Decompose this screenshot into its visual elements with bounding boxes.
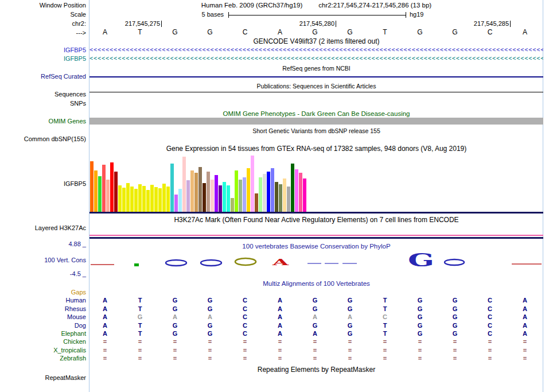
species-label-human[interactable]: Human xyxy=(0,297,86,304)
sequence-base: G xyxy=(345,29,355,36)
conservation-glyph: A xyxy=(271,257,289,267)
alignment-base: = xyxy=(345,355,355,362)
gtex-bar xyxy=(110,162,114,212)
gene-label[interactable]: IGFBP5 xyxy=(0,46,86,53)
conservation-label[interactable]: 100 Vert. Cons xyxy=(0,257,86,263)
gtex-bar xyxy=(227,185,230,212)
gtex-bar xyxy=(207,172,210,212)
alignment-base: T xyxy=(380,305,390,312)
alignment-base: = xyxy=(205,338,215,345)
alignment-base: = xyxy=(380,355,390,362)
repeatmasker-title: Repeating Elements by RepeatMasker xyxy=(89,366,543,374)
gtex-bar xyxy=(223,182,226,212)
alignment-base: A xyxy=(100,297,110,304)
repeatmasker-label[interactable]: RepeatMasker xyxy=(0,374,86,381)
alignment-base: = xyxy=(520,338,530,345)
position-range: chr2:217,545,274-217,545,286 (13 bp) xyxy=(318,2,431,9)
coordinate-tick xyxy=(161,21,162,27)
h3k27ac-signal-line[interactable] xyxy=(89,235,543,236)
snps-label[interactable]: SNPs xyxy=(0,100,86,107)
h3k27ac-label[interactable]: Layered H3K27Ac xyxy=(0,224,86,231)
alignment-base: = xyxy=(240,355,250,362)
alignment-base: = xyxy=(135,347,145,354)
sequence-base: T xyxy=(380,29,390,36)
gtex-bar xyxy=(142,186,146,212)
species-label-mouse[interactable]: Mouse xyxy=(0,313,86,320)
gtex-bar xyxy=(106,180,110,212)
alignment-base: G xyxy=(310,322,320,329)
alignment-base: A xyxy=(520,313,530,320)
alignment-base: C xyxy=(485,313,495,320)
assembly-name: Human Feb. 2009 (GRCh37/hg19) xyxy=(201,2,302,9)
dbsnp-label[interactable]: Common dbSNP(155) xyxy=(0,135,86,142)
alignment-base: T xyxy=(135,322,145,329)
omim-genes-label[interactable]: OMIM Genes xyxy=(0,118,86,125)
gene-arrow-row[interactable]: <<<<<<<<<<<<<<<<<<<<<<<<<<<<<<<<<<<<<<<<… xyxy=(89,55,543,63)
coordinate-label: 217,545,280 xyxy=(283,20,334,27)
refseq-curated-label[interactable]: RefSeq Curated xyxy=(0,73,86,80)
alignment-base: G xyxy=(135,313,145,320)
species-label-zebrafish[interactable]: Zebrafish xyxy=(0,355,86,362)
gtex-bar xyxy=(146,190,150,212)
species-label-x_tropicalis[interactable]: X_tropicalis xyxy=(0,347,86,354)
gtex-bar xyxy=(211,180,214,212)
alignment-base: A xyxy=(170,313,180,320)
alignment-base: = xyxy=(275,347,285,354)
alignment-base: G xyxy=(415,297,425,304)
alignment-base: = xyxy=(345,347,355,354)
publications-track-line[interactable] xyxy=(89,92,543,92)
h3k27ac-baseline[interactable] xyxy=(89,237,543,239)
scale-bar-tick-left xyxy=(228,12,229,18)
gene-label[interactable]: IGFBP5 xyxy=(0,55,86,62)
alignment-base: C xyxy=(485,297,495,304)
alignment-base: T xyxy=(135,330,145,337)
gtex-gene-label[interactable]: IGFBP5 xyxy=(0,180,86,187)
genome-browser-tracks-image[interactable]: Window Position Human Feb. 2009 (GRCh37/… xyxy=(0,0,545,392)
alignment-base: G xyxy=(450,305,460,312)
species-label-chicken[interactable]: Chicken xyxy=(0,338,86,345)
alignment-base: = xyxy=(275,355,285,362)
sequence-base: A xyxy=(100,29,110,36)
gtex-bar xyxy=(215,175,218,212)
scale-label: Scale xyxy=(0,11,86,18)
sequence-base: G xyxy=(415,29,425,36)
gtex-bar xyxy=(162,184,166,212)
gtex-bar xyxy=(134,189,138,212)
chromosome-label: chr2: xyxy=(0,20,86,27)
conservation-scale-max: 4.88 _ xyxy=(0,240,86,247)
window-position-label: Window Position xyxy=(0,2,86,9)
species-label-gaps[interactable]: Gaps xyxy=(0,289,86,296)
alignment-base: = xyxy=(450,347,460,354)
alignment-base: G xyxy=(345,330,355,337)
conservation-glyph: G xyxy=(408,250,434,270)
gtex-bar xyxy=(126,183,130,212)
conservation-glyph xyxy=(166,260,186,266)
gtex-bar xyxy=(158,188,162,212)
alignment-base: G xyxy=(205,305,215,312)
alignment-base: = xyxy=(275,338,285,345)
alignment-base: = xyxy=(100,355,110,362)
refseq-curated-track-line[interactable] xyxy=(89,76,543,77)
gtex-bar xyxy=(267,172,270,212)
gene-arrow-row[interactable]: <<<<<<<<<<<<<<<<<<<<<<<<<<<<<<<<<<<<<<<<… xyxy=(89,46,543,54)
omim-genes-track-bar[interactable] xyxy=(89,118,543,125)
alignment-base: G xyxy=(170,322,180,329)
alignment-base: G xyxy=(450,297,460,304)
alignment-base: G xyxy=(205,297,215,304)
alignment-base: G xyxy=(310,297,320,304)
alignment-base: A xyxy=(310,330,320,337)
species-label-elephant[interactable]: Elephant xyxy=(0,330,86,337)
gtex-bar xyxy=(138,184,142,212)
gtex-bar xyxy=(198,167,202,212)
gtex-bar xyxy=(247,168,250,212)
sequences-label[interactable]: Sequences xyxy=(0,91,86,98)
alignment-base: = xyxy=(135,338,145,345)
coordinate-label: 217,545,285 xyxy=(457,20,509,27)
species-label-rhesus[interactable]: Rhesus xyxy=(0,305,86,312)
species-label-dog[interactable]: Dog xyxy=(0,322,86,329)
gtex-bar xyxy=(166,187,170,212)
gtex-bar xyxy=(94,170,98,212)
alignment-base: = xyxy=(170,347,180,354)
alignment-base: T xyxy=(135,297,145,304)
alignment-base: A xyxy=(275,305,285,312)
